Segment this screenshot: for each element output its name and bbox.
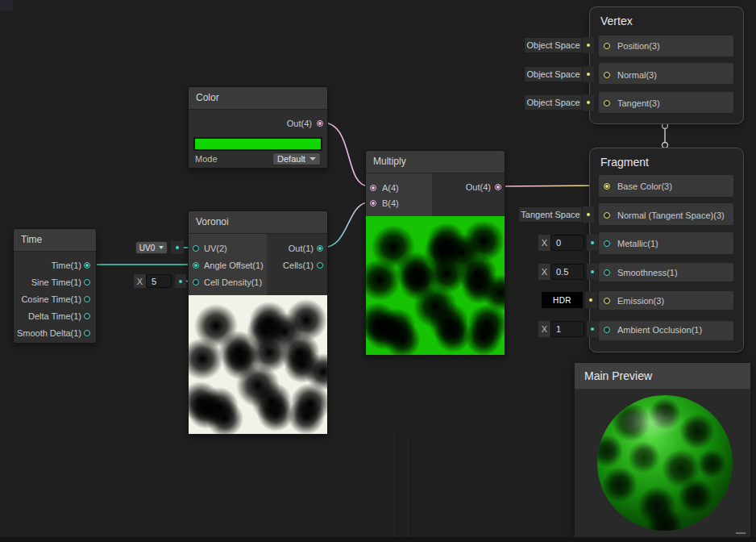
port-voronoi-cells-out[interactable]: [317, 262, 323, 269]
uv-connector-stub: [171, 241, 184, 254]
shader-graph-canvas[interactable]: Time Time(1) Sine Time(1) Cosine Time(1)…: [0, 0, 756, 542]
connector-stub: [583, 206, 594, 223]
node-voronoi[interactable]: Voronoi UV(2) Angle Offset(1) Cell Densi…: [188, 211, 328, 435]
port-voronoi-uv-in[interactable]: [193, 245, 199, 252]
teal-dot-icon: [591, 327, 594, 331]
port-smoothness-in[interactable]: [604, 269, 610, 276]
window-bottom-edge: [0, 537, 756, 542]
port-multiply-out[interactable]: [495, 184, 501, 190]
port-tangent-in[interactable]: [604, 100, 610, 106]
main-preview-title: Main Preview: [584, 369, 652, 382]
hdr-badge[interactable]: HDR: [542, 292, 583, 308]
connector-stub: [587, 321, 598, 337]
position-space-widget[interactable]: Object Space: [524, 37, 594, 53]
node-time[interactable]: Time Time(1) Sine Time(1) Cosine Time(1)…: [13, 228, 97, 344]
port-voronoi-out[interactable]: [317, 245, 323, 252]
mode-dropdown[interactable]: Default: [272, 152, 321, 165]
port-label-tangent: Tangent(3): [617, 98, 660, 108]
port-time-out[interactable]: [84, 262, 90, 269]
port-ao-in[interactable]: [604, 327, 610, 333]
port-label-color-out: Out(4): [287, 119, 312, 128]
mode-label: Mode: [195, 154, 218, 164]
main-preview-sphere[interactable]: [575, 390, 750, 537]
port-position-in[interactable]: [604, 43, 610, 49]
window-corner: [0, 0, 13, 10]
port-smoothdelta-out[interactable]: [84, 330, 90, 336]
tangent-space-binding-label[interactable]: Tangent Space: [518, 206, 583, 223]
port-label-position: Position(3): [617, 41, 660, 51]
uv-channel-dropdown[interactable]: UV0: [135, 241, 168, 254]
port-label-uv: UV(2): [204, 244, 227, 253]
node-fragment[interactable]: Fragment Base Color(3) Normal (Tangent S…: [589, 148, 744, 352]
port-voronoi-angleoffset-in[interactable]: [193, 262, 199, 269]
preview-resize-handle[interactable]: [736, 532, 746, 534]
cell-density-widget[interactable]: X 5: [134, 274, 186, 288]
port-label-time: Time(1): [52, 261, 81, 270]
yellow-dot-icon: [587, 213, 590, 216]
connector-stub: [583, 37, 594, 53]
port-multiply-b-in[interactable]: [370, 200, 376, 206]
node-color-header[interactable]: Color: [189, 87, 327, 110]
metallic-input[interactable]: 0: [550, 235, 584, 251]
port-normal-ts-in[interactable]: [604, 212, 610, 219]
normal-space-widget[interactable]: Object Space: [524, 66, 594, 82]
main-preview-header[interactable]: Main Preview: [575, 363, 750, 390]
vertex-title: Vertex: [600, 15, 633, 27]
ao-value-widget[interactable]: X 1: [538, 321, 598, 337]
normal-binding-widget[interactable]: Tangent Space: [518, 206, 594, 223]
port-label-angle-offset: Angle Offset(1): [204, 261, 264, 270]
normal-space-label[interactable]: Object Space: [524, 66, 583, 82]
wire-voronoi-to-multiply-b[interactable]: [322, 202, 369, 248]
yellow-dot-icon: [587, 44, 590, 47]
chevron-down-icon: [159, 246, 164, 249]
port-label-emission: Emission(3): [617, 296, 664, 306]
teal-dot-icon: [591, 270, 594, 273]
port-label-metallic: Metallic(1): [617, 239, 658, 248]
port-voronoi-celldensity-in[interactable]: [193, 279, 199, 286]
port-emission-in[interactable]: [604, 298, 610, 304]
node-color[interactable]: Color Out(4) Mode Default: [188, 86, 328, 169]
node-multiply-header[interactable]: Multiply: [366, 151, 505, 173]
connector-stub: [583, 66, 594, 82]
ao-input[interactable]: 1: [550, 321, 584, 337]
node-voronoi-header[interactable]: Voronoi: [189, 211, 327, 234]
voronoi-node-preview: [189, 295, 327, 434]
port-multiply-a-in[interactable]: [370, 185, 376, 191]
port-label-basecolor: Base Color(3): [617, 181, 672, 191]
port-sinetime-out[interactable]: [84, 279, 90, 286]
port-normal-in[interactable]: [604, 72, 610, 78]
node-multiply[interactable]: Multiply A(4) B(4) Out(4): [365, 150, 505, 356]
port-label-multiply-a: A(4): [382, 183, 399, 193]
metallic-x-label: X: [538, 235, 550, 251]
main-preview-panel[interactable]: Main Preview: [574, 362, 751, 538]
uv-channel-value: UV0: [139, 244, 155, 252]
cell-density-input[interactable]: 5: [146, 274, 172, 288]
tangent-space-label[interactable]: Object Space: [524, 94, 583, 110]
smoothness-input[interactable]: 0.5: [550, 264, 584, 280]
wire-color-to-multiply-a[interactable]: [322, 123, 369, 186]
port-label-cosine-time: Cosine Time(1): [21, 294, 81, 304]
port-cosinetime-out[interactable]: [84, 296, 90, 302]
wire-multiply-to-basecolor[interactable]: [501, 186, 602, 186]
port-deltatime-out[interactable]: [84, 313, 90, 319]
metallic-value-widget[interactable]: X 0: [538, 235, 598, 251]
yellow-dot-icon: [587, 101, 590, 104]
port-label-voronoi-cells: Cells(1): [283, 261, 314, 270]
connector-stub: [583, 94, 594, 110]
grid-line: [408, 436, 409, 542]
connector-stub: [587, 235, 598, 251]
node-time-header[interactable]: Time: [14, 229, 96, 252]
node-vertex[interactable]: Vertex Position(3) Normal(3) Tangent(3): [589, 6, 744, 124]
ao-x-label: X: [538, 321, 550, 337]
tangent-space-widget[interactable]: Object Space: [524, 94, 594, 110]
port-color-out[interactable]: [317, 120, 323, 127]
uv-channel-widget[interactable]: UV0: [135, 241, 184, 254]
port-label-multiply-b: B(4): [382, 198, 399, 208]
position-space-label[interactable]: Object Space: [524, 37, 583, 53]
port-basecolor-in[interactable]: [604, 183, 610, 190]
smoothness-value-widget[interactable]: X 0.5: [538, 264, 598, 280]
color-swatch[interactable]: [195, 139, 321, 149]
port-metallic-in[interactable]: [604, 240, 610, 247]
port-label-delta-time: Delta Time(1): [28, 311, 81, 321]
emission-hdr-widget[interactable]: HDR: [542, 292, 596, 308]
